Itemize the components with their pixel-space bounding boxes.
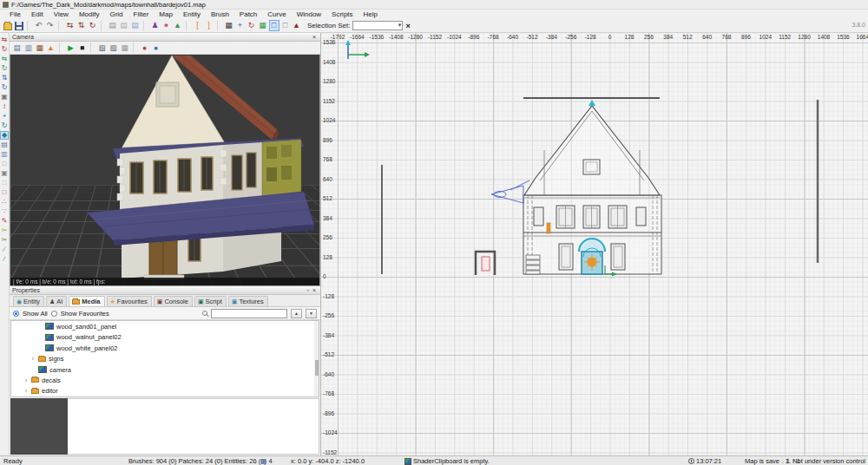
render-wireframe-icon[interactable]: ▤ bbox=[12, 43, 23, 53]
rotate-z-icon[interactable]: ↻ bbox=[0, 83, 9, 92]
window-layout-icon[interactable]: ▥ bbox=[0, 150, 9, 159]
copy-shader-icon[interactable]: ▤ bbox=[108, 20, 118, 31]
grid-toggle-icon[interactable]: ▦ bbox=[120, 43, 130, 53]
rotate-y-icon[interactable]: ↻ bbox=[0, 64, 9, 73]
menu-help[interactable]: Help bbox=[358, 10, 383, 18]
camera-3d-viewport[interactable]: | f/e: 0 ms | b/e: 0 ms | tot: 0 ms | fp… bbox=[10, 55, 320, 286]
texture-lock-icon[interactable]: ▣ bbox=[0, 93, 9, 102]
tab-script[interactable]: ▣Script bbox=[194, 296, 227, 306]
tab-textures[interactable]: ▣Textures bbox=[228, 296, 268, 306]
select-complete-tall-icon[interactable]: ↕ bbox=[0, 102, 9, 111]
edge-mode-icon[interactable]: ∵ bbox=[0, 207, 9, 216]
tree-item-signs[interactable]: ›signs bbox=[11, 353, 319, 363]
menu-entity[interactable]: Entity bbox=[178, 10, 206, 18]
camera-window-icon[interactable]: □ bbox=[280, 20, 291, 31]
save-map-icon[interactable] bbox=[14, 20, 24, 31]
stop-animation-icon[interactable]: ■ bbox=[77, 43, 88, 53]
menu-window[interactable]: Window bbox=[292, 10, 326, 18]
orthographic-2d-view[interactable]: -1792-1664-1536-1408-1280-1152-1024-896-… bbox=[321, 33, 868, 455]
translate-tool-icon[interactable]: + bbox=[0, 112, 9, 121]
rotate-tool-icon[interactable]: ↻ bbox=[0, 121, 9, 130]
menu-file[interactable]: File bbox=[4, 10, 26, 18]
undo-icon[interactable]: ↶ bbox=[34, 20, 44, 31]
create-entity-icon[interactable]: ♟ bbox=[150, 20, 161, 31]
rotate-manipulator-icon[interactable]: ↻ bbox=[247, 20, 257, 31]
play-animation-icon[interactable]: ▶ bbox=[66, 43, 76, 53]
drag-entities-icon[interactable]: ▤ bbox=[0, 141, 9, 149]
menu-edit[interactable]: Edit bbox=[26, 10, 49, 18]
farclip-minus-icon[interactable]: ▧ bbox=[108, 43, 119, 53]
paste-shader-icon[interactable]: ▤ bbox=[119, 20, 129, 31]
select-inside-icon[interactable]: ▣ bbox=[0, 169, 9, 178]
create-light-icon[interactable]: ● bbox=[161, 20, 172, 31]
menu-patch[interactable]: Patch bbox=[234, 10, 262, 18]
media-search-input[interactable] bbox=[211, 309, 287, 318]
paste-shader-natural-icon[interactable]: ▤ bbox=[130, 20, 141, 31]
flip-y-icon[interactable]: ⇆ bbox=[0, 55, 9, 63]
tree-item-wood_walnut_panel02[interactable]: wood_walnut_panel02 bbox=[11, 332, 319, 343]
tree-item-wood_sand01_panel[interactable]: wood_sand01_panel bbox=[11, 321, 319, 331]
x-flip-icon[interactable]: ⇆ bbox=[65, 20, 76, 31]
tree-item-editor[interactable]: ›editor bbox=[11, 386, 319, 396]
tab-ai[interactable]: ♟AI bbox=[46, 296, 67, 306]
flip-x-icon[interactable]: ⇆ bbox=[0, 36, 9, 44]
show-favourites-radio[interactable] bbox=[51, 311, 57, 317]
menu-modify[interactable]: Modify bbox=[74, 10, 105, 18]
flip-z-icon[interactable]: ⇅ bbox=[0, 74, 9, 82]
expander-icon[interactable]: › bbox=[23, 388, 29, 394]
menu-curve[interactable]: Curve bbox=[262, 10, 291, 18]
texture-browser-icon[interactable]: ▦ bbox=[224, 20, 234, 31]
selection-set-combo[interactable]: ▾ bbox=[352, 21, 403, 30]
tab-media[interactable]: Media bbox=[69, 296, 104, 306]
camera-close-icon[interactable]: × bbox=[311, 34, 318, 40]
open-map-icon[interactable] bbox=[3, 20, 13, 31]
patch-grid-icon[interactable]: ▦ bbox=[258, 20, 268, 31]
flip-clip-orientation-icon[interactable]: ∕ bbox=[0, 246, 9, 254]
vertex-mode-icon[interactable]: ∴ bbox=[0, 198, 9, 206]
curve-catmullrom-icon[interactable]: ] bbox=[204, 20, 214, 31]
create-model-icon[interactable]: ▲ bbox=[173, 20, 183, 31]
rotate-x-icon[interactable]: ↻ bbox=[0, 45, 9, 54]
clear-selection-set-icon[interactable]: × bbox=[405, 22, 410, 30]
farclip-plus-icon[interactable]: ▧ bbox=[97, 43, 108, 53]
show-all-radio[interactable] bbox=[13, 311, 19, 317]
clipper-tool-icon[interactable]: □ bbox=[269, 20, 279, 31]
tree-item-camera[interactable]: camera bbox=[11, 364, 319, 375]
curve-nurbs-icon[interactable]: [ bbox=[193, 20, 203, 31]
expander-icon[interactable]: › bbox=[23, 377, 29, 383]
tab-console[interactable]: ▣Console bbox=[154, 296, 193, 306]
move-manipulator-icon[interactable]: + bbox=[235, 20, 246, 31]
properties-close-icon[interactable]: × bbox=[311, 287, 318, 293]
expander-icon[interactable]: › bbox=[30, 356, 36, 362]
z-flip-icon[interactable]: ↻ bbox=[88, 20, 98, 31]
menu-filter[interactable]: Filter bbox=[128, 10, 155, 18]
menu-brush[interactable]: Brush bbox=[206, 10, 234, 18]
menu-grid[interactable]: Grid bbox=[104, 10, 128, 18]
tab-favourites[interactable]: ★Favourites bbox=[107, 296, 152, 306]
scale-tool-icon[interactable]: ◆ bbox=[0, 131, 9, 140]
menu-view[interactable]: View bbox=[49, 10, 74, 18]
csg-merge-icon[interactable]: □ bbox=[0, 188, 9, 197]
tree-item-decals[interactable]: ›decals bbox=[11, 375, 319, 385]
render-lighting-icon[interactable]: ▲ bbox=[46, 43, 56, 53]
search-prev-button[interactable]: ▲ bbox=[291, 309, 302, 318]
tree-item-wood_white_panel02[interactable]: wood_white_panel02 bbox=[11, 343, 319, 353]
clip-selected-icon[interactable]: ✂ bbox=[0, 226, 9, 235]
y-flip-icon[interactable]: ⇅ bbox=[76, 20, 87, 31]
project-texture-icon[interactable]: ∕ bbox=[0, 255, 9, 264]
search-next-button[interactable]: ▼ bbox=[306, 309, 317, 318]
tab-entity[interactable]: ◉Entity bbox=[13, 296, 44, 306]
merge-maps-icon[interactable]: ▲ bbox=[292, 20, 302, 31]
tree-scrollbar[interactable] bbox=[314, 321, 319, 396]
csg-subtract-icon[interactable]: □ bbox=[0, 179, 9, 187]
split-selected-icon[interactable]: ✂ bbox=[0, 236, 9, 245]
lighting-preview-red-icon[interactable]: ● bbox=[140, 43, 150, 53]
redo-icon[interactable]: ↷ bbox=[45, 20, 56, 31]
face-mode-icon[interactable]: ✎ bbox=[0, 217, 9, 226]
render-solid-icon[interactable]: ▥ bbox=[23, 43, 34, 53]
menu-scripts[interactable]: Scripts bbox=[326, 10, 358, 18]
render-textured-icon[interactable]: ▦ bbox=[35, 43, 45, 53]
select-touching-icon[interactable]: □ bbox=[0, 160, 9, 168]
menu-map[interactable]: Map bbox=[154, 10, 178, 18]
lighting-preview-blue-icon[interactable]: ● bbox=[151, 43, 161, 53]
